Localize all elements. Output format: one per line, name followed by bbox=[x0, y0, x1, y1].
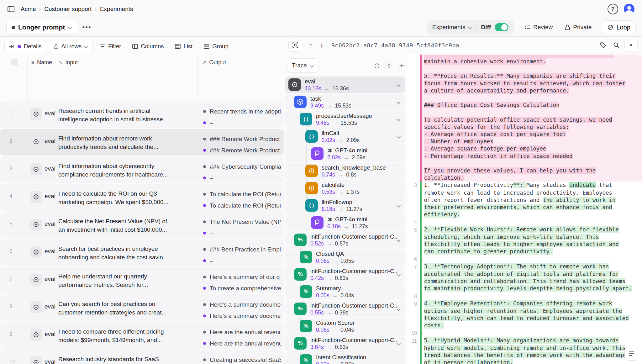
view-selector[interactable]: Experiments bbox=[428, 24, 476, 31]
trace-span-row[interactable]: () llmCall 2.02s→2.09s bbox=[285, 128, 405, 145]
row-name: eval bbox=[45, 358, 55, 364]
private-button[interactable]: Private bbox=[563, 24, 593, 31]
column-header-name[interactable]: ≡ Name bbox=[31, 59, 52, 66]
table-body: 1 eval Research current trends in artifi… bbox=[0, 101, 284, 364]
span-durations: 6.18s→11.27s bbox=[327, 223, 368, 230]
collapse-vertical-icon[interactable] bbox=[386, 63, 392, 69]
breadcrumb-org[interactable]: Acme bbox=[21, 6, 36, 13]
span-label: search_knowledge_base bbox=[322, 164, 386, 171]
score-span-icon: % bbox=[300, 251, 312, 263]
all-rows-button[interactable]: All rows bbox=[49, 40, 93, 53]
experiment-selector[interactable]: Longer prompt bbox=[6, 20, 77, 35]
breadcrumb-project[interactable]: Customer support bbox=[44, 6, 92, 13]
chevron-down-icon[interactable] bbox=[397, 204, 401, 208]
output-expected: Here's a summary docume bbox=[203, 312, 282, 320]
column-header-output[interactable]: ↗ Output bbox=[202, 59, 226, 66]
span-label: processUserMessage bbox=[316, 113, 372, 119]
span-label: calculate bbox=[322, 182, 345, 188]
output-actual: ### Remote Work Product bbox=[203, 135, 282, 143]
trace-tree-panel: Trace eval 13.13s→16.36s task 9 bbox=[284, 54, 408, 364]
diff-line-number bbox=[408, 197, 420, 204]
diff-removed-line: If you provide these values, I can help … bbox=[408, 167, 642, 174]
row-input: Find information about cybersecuritycomp… bbox=[58, 162, 193, 179]
trace-span-row[interactable]: % initFunction-Customer support-C... 0.4… bbox=[285, 266, 405, 283]
collapse-left-icon[interactable] bbox=[398, 63, 404, 68]
chevron-down-icon[interactable] bbox=[397, 135, 401, 139]
diff-toggle[interactable] bbox=[495, 23, 508, 31]
more-menu-button[interactable]: ••• bbox=[82, 23, 91, 31]
eval-type-icon bbox=[30, 136, 42, 148]
select-all-checkbox[interactable] bbox=[11, 59, 18, 66]
table-row[interactable]: 1 eval Research current trends in artifi… bbox=[0, 101, 284, 128]
trace-span-row[interactable]: () processUserMessage 9.48s→15.53s bbox=[285, 111, 405, 128]
list-button[interactable]: List bbox=[171, 40, 197, 53]
top-header: Acme › Customer support › Experiments ? bbox=[0, 0, 642, 18]
trace-span-row[interactable]: % initFunction-Customer support-C... 0.5… bbox=[285, 232, 405, 248]
panel-menu-button[interactable] bbox=[624, 347, 638, 361]
table-row[interactable]: 8 eval Can you search for best practices… bbox=[0, 294, 284, 321]
expand-trace-button[interactable] bbox=[288, 39, 302, 52]
diff-added-line: can contribute to greater productivity. bbox=[408, 248, 642, 255]
diff-line-number bbox=[408, 248, 420, 255]
table-row[interactable]: 2 eval Find information about remote wor… bbox=[0, 129, 284, 156]
search-icon[interactable] bbox=[611, 40, 621, 50]
table-row[interactable]: 10 eval Research industry standards for … bbox=[0, 350, 284, 364]
trace-span-row[interactable]: % initFunction-Customer support-C... 3.6… bbox=[285, 335, 405, 352]
chevron-down-icon[interactable] bbox=[397, 83, 401, 87]
span-durations: 3.64s→0.63s bbox=[310, 344, 348, 351]
trace-span-row[interactable]: () llmFollowup 6.18s→11.27s bbox=[285, 197, 405, 214]
column-header-input[interactable]: ↘ Input bbox=[58, 59, 78, 66]
diff-removed-line: To calculate potential office space cost… bbox=[408, 116, 642, 124]
trace-span-row[interactable]: % Custom Scorer 0.06s→0.04s bbox=[285, 318, 405, 335]
table-row[interactable]: 6 eval Search for best practices in empl… bbox=[0, 239, 284, 266]
table-row[interactable]: 4 eval I need to calculate the ROI on ou… bbox=[0, 184, 284, 211]
prev-row-button[interactable]: ↑ bbox=[305, 41, 316, 49]
trace-span-row[interactable]: % Closed QA 0.06s→0.05s bbox=[285, 249, 405, 266]
trace-span-row[interactable]: GPT-4o mini 6.18s→11.27s bbox=[285, 214, 405, 231]
group-button[interactable]: Group bbox=[199, 40, 233, 53]
loop-button[interactable]: Loop bbox=[602, 20, 636, 34]
avatar[interactable] bbox=[624, 4, 634, 14]
timing-icon[interactable] bbox=[374, 63, 380, 69]
column-separator bbox=[54, 56, 54, 100]
trace-header-bar: ↑ ↓ 9c062bc2-a8c7-4a88-9749-5cf840f3c9ba… bbox=[284, 37, 642, 54]
diff-line-number: 11 bbox=[408, 337, 420, 345]
columns-button[interactable]: Columns bbox=[128, 40, 168, 53]
table-row[interactable]: 9 eval I need to compare three different… bbox=[0, 322, 284, 349]
chevron-down-icon[interactable] bbox=[397, 342, 401, 346]
chevron-down-icon[interactable] bbox=[397, 118, 401, 121]
trace-span-row[interactable]: % Summary 0.05s→0.04s bbox=[285, 283, 405, 300]
chevron-down-icon[interactable] bbox=[397, 273, 401, 277]
filter-button[interactable]: Filter bbox=[95, 40, 125, 53]
table-row[interactable]: 7 eval Help me understand our quarterlyp… bbox=[0, 267, 284, 293]
chevron-down-icon[interactable] bbox=[397, 307, 401, 311]
trace-view-selector[interactable]: Trace bbox=[287, 58, 318, 73]
sidebar-toggle-icon[interactable] bbox=[8, 6, 14, 12]
trace-span-row[interactable]: % Intent Classification 0.13s→0.06s bbox=[285, 352, 405, 364]
text-icon: ≡ bbox=[31, 60, 34, 66]
trace-span-row[interactable]: calculate 0.53s→1.37s bbox=[285, 180, 405, 197]
diff-line-number bbox=[408, 308, 420, 315]
diff-removed-line: - Average square footage per employee bbox=[408, 145, 642, 152]
help-icon[interactable]: ? bbox=[608, 4, 618, 14]
diff-removed-line: ### Office Space Cost Savings Calculatio… bbox=[408, 102, 642, 109]
close-panel-button[interactable]: × bbox=[624, 39, 638, 51]
trace-span-row[interactable]: eval 13.13s→16.36s bbox=[285, 76, 405, 93]
next-row-button[interactable]: ↓ bbox=[316, 41, 327, 49]
output-header-label: Output bbox=[209, 59, 226, 66]
diff-added-line: 6 bbox=[408, 255, 642, 263]
details-button[interactable]: Details bbox=[4, 40, 46, 53]
table-row[interactable]: 3 eval Find information about cybersecur… bbox=[0, 156, 284, 183]
table-row[interactable]: 5 eval Calculate the Net Present Value (… bbox=[0, 212, 284, 238]
chevron-down-icon[interactable] bbox=[397, 100, 401, 104]
review-button[interactable]: Review bbox=[522, 24, 555, 31]
row-number: 9 bbox=[9, 331, 12, 337]
tag-icon[interactable] bbox=[598, 40, 608, 50]
trace-span-row[interactable]: % initFunction-Customer support-C... 0.5… bbox=[285, 301, 405, 317]
trace-span-row[interactable]: task 9.49s→15.53s bbox=[285, 94, 405, 110]
chevron-down-icon[interactable] bbox=[397, 238, 401, 242]
trace-span-row[interactable]: GPT-4o mini 2.02s→2.09s bbox=[285, 145, 405, 162]
breadcrumb-page[interactable]: Experiments bbox=[100, 6, 133, 13]
trace-span-row[interactable]: search_knowledge_base 0.74s→0.8s bbox=[285, 163, 405, 179]
diff-content: maintain a cohesive work environment.5. … bbox=[408, 55, 642, 364]
